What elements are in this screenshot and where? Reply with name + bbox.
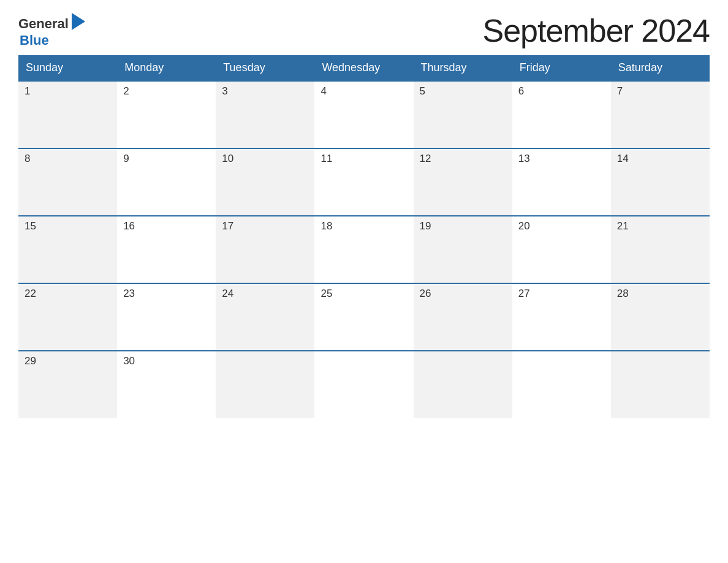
calendar-cell-w2-d4: 11 — [314, 148, 413, 216]
page-header: General Blue September 2024 — [18, 12, 710, 49]
day-number: 2 — [123, 85, 129, 97]
day-number: 29 — [25, 355, 36, 367]
week-row-1: 1234567 — [18, 81, 710, 148]
header-saturday: Saturday — [611, 55, 710, 81]
calendar-cell-w1-d3: 3 — [216, 81, 314, 148]
calendar-cell-w4-d2: 23 — [117, 283, 216, 351]
logo-arrow-icon — [72, 13, 85, 30]
day-number: 26 — [420, 288, 431, 299]
day-number: 28 — [617, 288, 629, 299]
day-number: 27 — [518, 288, 530, 299]
day-number: 1 — [25, 85, 30, 97]
day-number: 13 — [518, 153, 530, 164]
day-number: 15 — [25, 220, 36, 232]
calendar-cell-w3-d6: 20 — [512, 216, 611, 283]
calendar-cell-w2-d1: 8 — [18, 148, 117, 216]
day-number: 8 — [25, 153, 30, 164]
calendar-cell-w2-d6: 13 — [512, 148, 611, 216]
calendar-cell-w3-d3: 17 — [216, 216, 314, 283]
svg-marker-0 — [72, 13, 85, 30]
week-row-5: 2930 — [18, 351, 710, 418]
calendar-cell-w1-d5: 5 — [414, 81, 512, 148]
calendar-cell-w4-d7: 28 — [611, 283, 710, 351]
calendar-table: Sunday Monday Tuesday Wednesday Thursday… — [18, 55, 710, 418]
day-number: 19 — [420, 220, 431, 232]
header-sunday: Sunday — [18, 55, 117, 81]
day-number: 6 — [518, 85, 524, 97]
calendar-cell-w1-d7: 7 — [611, 81, 710, 148]
header-thursday: Thursday — [414, 55, 512, 81]
week-row-2: 891011121314 — [18, 148, 710, 216]
month-title: September 2024 — [483, 12, 710, 49]
calendar-cell-w3-d5: 19 — [414, 216, 512, 283]
week-row-3: 15161718192021 — [18, 216, 710, 283]
calendar-cell-w5-d2: 30 — [117, 351, 216, 418]
day-number: 11 — [320, 153, 332, 164]
day-number: 7 — [617, 85, 623, 97]
header-tuesday: Tuesday — [216, 55, 314, 81]
day-number: 16 — [123, 220, 135, 232]
day-number: 23 — [123, 288, 135, 299]
weekday-header-row: Sunday Monday Tuesday Wednesday Thursday… — [18, 55, 710, 81]
calendar-cell-w5-d4 — [314, 351, 413, 418]
header-wednesday: Wednesday — [314, 55, 413, 81]
calendar-cell-w3-d1: 15 — [18, 216, 117, 283]
day-number: 22 — [25, 288, 36, 299]
header-friday: Friday — [512, 55, 611, 81]
day-number: 12 — [420, 153, 431, 164]
calendar-cell-w2-d3: 10 — [216, 148, 314, 216]
day-number: 14 — [617, 153, 629, 164]
calendar-cell-w2-d2: 9 — [117, 148, 216, 216]
day-number: 25 — [320, 288, 332, 299]
header-monday: Monday — [117, 55, 216, 81]
logo: General Blue — [18, 14, 85, 47]
day-number: 5 — [420, 85, 425, 97]
calendar-cell-w4-d4: 25 — [314, 283, 413, 351]
day-number: 30 — [123, 355, 135, 367]
day-number: 10 — [222, 153, 233, 164]
calendar-cell-w3-d2: 16 — [117, 216, 216, 283]
day-number: 21 — [617, 220, 629, 232]
day-number: 18 — [320, 220, 332, 232]
calendar-cell-w3-d7: 21 — [611, 216, 710, 283]
calendar-cell-w2-d5: 12 — [414, 148, 512, 216]
day-number: 24 — [222, 288, 233, 299]
calendar-cell-w3-d4: 18 — [314, 216, 413, 283]
calendar-cell-w5-d3 — [216, 351, 314, 418]
calendar-cell-w1-d2: 2 — [117, 81, 216, 148]
day-number: 20 — [518, 220, 530, 232]
calendar-cell-w2-d7: 14 — [611, 148, 710, 216]
calendar-cell-w4-d1: 22 — [18, 283, 117, 351]
calendar-cell-w1-d4: 4 — [314, 81, 413, 148]
calendar-cell-w5-d6 — [512, 351, 611, 418]
calendar-cell-w5-d1: 29 — [18, 351, 117, 418]
week-row-4: 22232425262728 — [18, 283, 710, 351]
day-number: 4 — [320, 85, 326, 97]
calendar-cell-w4-d5: 26 — [414, 283, 512, 351]
day-number: 3 — [222, 85, 227, 97]
calendar-cell-w5-d5 — [414, 351, 512, 418]
calendar-cell-w4-d6: 27 — [512, 283, 611, 351]
calendar-cell-w1-d6: 6 — [512, 81, 611, 148]
day-number: 9 — [123, 153, 129, 164]
logo-text-blue: Blue — [20, 34, 49, 47]
calendar-cell-w4-d3: 24 — [216, 283, 314, 351]
calendar-cell-w5-d7 — [611, 351, 710, 418]
day-number: 17 — [222, 220, 233, 232]
calendar-cell-w1-d1: 1 — [18, 81, 117, 148]
logo-text-general: General — [18, 17, 69, 31]
